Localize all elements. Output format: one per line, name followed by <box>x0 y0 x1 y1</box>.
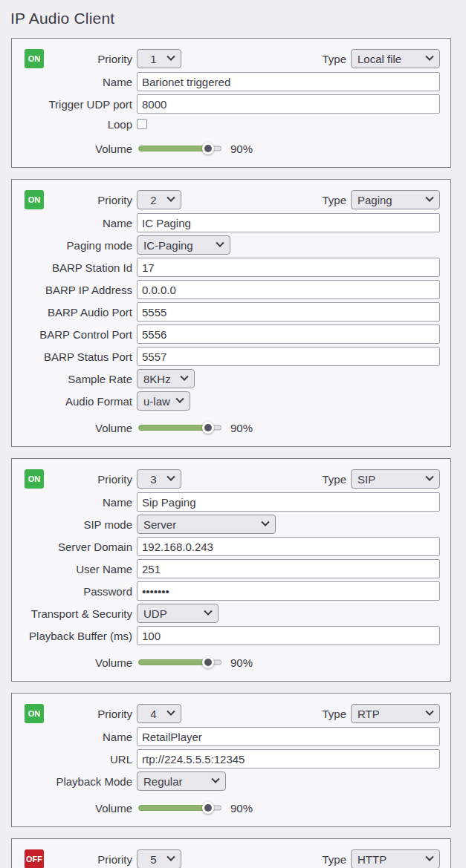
name-row: Name <box>12 727 440 746</box>
priority-label: Priority <box>44 853 137 866</box>
server-domain-row: Server Domain <box>12 537 440 556</box>
type-select[interactable]: Local file <box>351 49 440 68</box>
chevron-down-icon <box>216 239 224 247</box>
status-badge-on: ON <box>25 49 44 68</box>
priority-label: Priority <box>44 473 137 486</box>
playback-mode-select[interactable]: Regular <box>137 771 226 791</box>
priority-select[interactable]: 1 <box>137 49 181 68</box>
priority-value: 4 <box>143 708 164 720</box>
name-row: Name <box>12 492 440 512</box>
chevron-down-icon <box>204 607 212 616</box>
chevron-down-icon <box>211 775 219 783</box>
user-name-input[interactable] <box>137 559 440 578</box>
name-input[interactable] <box>137 492 440 512</box>
server-domain-label: Server Domain <box>12 541 137 553</box>
trigger-udp-port-input[interactable] <box>137 94 440 114</box>
playback-buffer-input[interactable] <box>137 626 440 645</box>
volume-label: Volume <box>12 656 137 669</box>
volume-label: Volume <box>12 422 137 434</box>
barp-status-port-input[interactable] <box>137 347 440 366</box>
url-input[interactable] <box>137 749 440 769</box>
audio-format-label: Audio Format <box>12 395 137 408</box>
volume-value: 90% <box>230 422 253 434</box>
volume-slider[interactable] <box>138 422 221 434</box>
priority-select[interactable]: 2 <box>137 190 181 209</box>
type-select[interactable]: RTP <box>351 704 440 723</box>
barp-station-id-input[interactable] <box>137 258 440 277</box>
playback-mode-row: Playback Mode Regular <box>12 771 440 791</box>
chevron-down-icon <box>425 853 433 861</box>
barp-ip-address-input[interactable] <box>137 280 440 299</box>
type-value: RTP <box>357 708 422 720</box>
playback-buffer-label: Playback Buffer (ms) <box>12 630 137 642</box>
sip-mode-value: Server <box>143 518 258 531</box>
barp-control-port-input[interactable] <box>137 324 440 344</box>
user-name-row: User Name <box>12 559 440 578</box>
priority-type-row: OFF Priority 5 Type HTTP <box>12 849 440 868</box>
playback-mode-label: Playback Mode <box>12 775 137 788</box>
sip-mode-row: SIP mode Server <box>12 515 440 534</box>
name-input[interactable] <box>137 727 440 746</box>
volume-slider-thumb[interactable] <box>202 656 214 668</box>
chevron-down-icon <box>425 194 433 202</box>
volume-value: 90% <box>230 143 253 155</box>
barp-audio-port-label: BARP Audio Port <box>12 306 137 319</box>
loop-label: Loop <box>12 118 137 131</box>
volume-slider-fill <box>138 425 212 431</box>
type-select[interactable]: HTTP <box>351 849 440 868</box>
priority-select[interactable]: 5 <box>137 849 181 868</box>
sample-rate-label: Sample Rate <box>12 373 137 385</box>
transport-security-label: Transport & Security <box>12 607 137 620</box>
barp-station-id-row: BARP Station Id <box>12 258 440 277</box>
client-panel-5: OFF Priority 5 Type HTTP Name <box>11 838 451 868</box>
type-select[interactable]: SIP <box>351 469 440 489</box>
password-row: Password <box>12 581 440 601</box>
name-input[interactable] <box>137 72 440 91</box>
priority-label: Priority <box>44 53 137 65</box>
sample-rate-select[interactable]: 8KHz <box>137 369 195 388</box>
barp-audio-port-input[interactable] <box>137 302 440 322</box>
volume-slider[interactable] <box>138 143 221 155</box>
volume-slider-thumb[interactable] <box>202 143 214 154</box>
audio-format-select[interactable]: u-law <box>137 391 190 411</box>
volume-slider[interactable] <box>138 802 221 815</box>
sip-mode-select[interactable]: Server <box>137 515 276 534</box>
status-badge-on: ON <box>25 469 44 489</box>
loop-checkbox[interactable] <box>137 119 147 129</box>
volume-slider[interactable] <box>138 656 221 669</box>
name-input[interactable] <box>137 213 440 232</box>
name-label: Name <box>12 76 137 88</box>
barp-station-id-label: BARP Station Id <box>12 261 137 274</box>
volume-row: Volume 90% <box>12 139 440 158</box>
chevron-down-icon <box>166 194 175 202</box>
type-select[interactable]: Paging <box>351 190 440 209</box>
priority-value: 2 <box>143 194 164 206</box>
server-domain-input[interactable] <box>137 537 440 556</box>
priority-value: 3 <box>143 473 164 486</box>
password-label: Password <box>12 585 137 598</box>
volume-slider-fill <box>138 659 212 665</box>
priority-label: Priority <box>44 194 137 206</box>
loop-row: Loop <box>12 117 440 131</box>
volume-value: 90% <box>230 802 253 815</box>
priority-select[interactable]: 3 <box>137 469 181 489</box>
chevron-down-icon <box>175 395 184 403</box>
status-badge-off: OFF <box>25 849 44 868</box>
type-label: Type <box>322 473 351 486</box>
transport-security-select[interactable]: UDP <box>137 604 219 623</box>
status-badge-on: ON <box>25 190 44 209</box>
volume-slider-thumb[interactable] <box>202 802 214 814</box>
chevron-down-icon <box>261 518 269 526</box>
volume-slider-thumb[interactable] <box>202 422 214 434</box>
name-label: Name <box>12 496 137 509</box>
barp-status-port-row: BARP Status Port <box>12 347 440 366</box>
barp-ip-address-label: BARP IP Address <box>12 284 137 296</box>
chevron-down-icon <box>180 373 188 381</box>
barp-audio-port-row: BARP Audio Port <box>12 302 440 322</box>
name-label: Name <box>12 217 137 229</box>
chevron-down-icon <box>166 53 175 61</box>
priority-select[interactable]: 4 <box>137 704 181 723</box>
password-input[interactable] <box>137 581 440 601</box>
paging-mode-select[interactable]: IC-Paging <box>137 235 230 255</box>
type-value: HTTP <box>357 853 422 866</box>
